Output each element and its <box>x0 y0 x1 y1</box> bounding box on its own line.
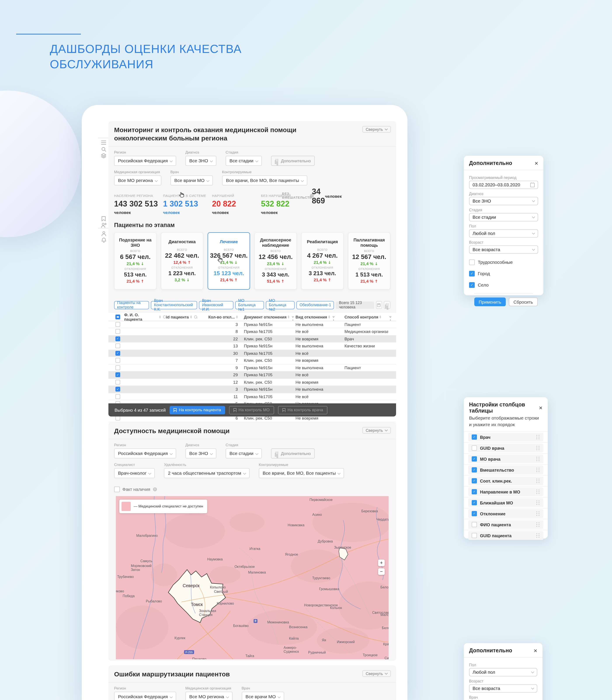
column-setting-item[interactable]: GUID врача <box>468 444 543 453</box>
availability-map[interactable]: ПервомайскоеАсиноБерезовкаЧердатыНовиков… <box>116 496 389 659</box>
row-checkbox[interactable] <box>115 344 120 349</box>
filter-chip[interactable]: Врач Константинопольский К.К. <box>151 301 197 309</box>
stage-card[interactable]: Реабилитация ВСЕГО 4 267 чел. 21,4 % ↓ О… <box>301 232 344 290</box>
drag-handle-icon[interactable] <box>537 511 540 516</box>
bookmark-icon[interactable] <box>99 215 108 222</box>
drag-handle-icon[interactable] <box>537 500 540 505</box>
extra-checkbox[interactable]: Город <box>469 271 538 277</box>
column-setting-item[interactable]: Врач <box>468 433 543 442</box>
table-row[interactable]: 13 Приказ №915н Не выполнена Качество жи… <box>108 342 396 350</box>
col-kind[interactable]: Вид отклонения <box>295 315 345 319</box>
filter-icon[interactable] <box>388 316 395 318</box>
row-checkbox[interactable] <box>115 387 120 392</box>
fact-checkbox[interactable] <box>114 486 120 492</box>
field-input[interactable]: Все возраста <box>469 684 537 692</box>
reset-button[interactable]: Сбросить <box>509 297 538 306</box>
table-row[interactable]: 9 Приказ №915н Не выполнена Пациент <box>108 364 396 372</box>
layers-icon[interactable] <box>99 152 108 159</box>
filter-select[interactable]: Российская Федерация <box>114 692 176 700</box>
drag-handle-icon[interactable] <box>537 457 540 461</box>
drag-handle-icon[interactable] <box>537 468 540 472</box>
drag-handle-icon[interactable] <box>537 489 540 494</box>
filter-select[interactable]: Все МО региона <box>185 692 232 700</box>
checkbox-icon[interactable] <box>472 511 477 516</box>
column-setting-item[interactable]: Ближайшая МО <box>468 499 543 507</box>
search-icon[interactable] <box>99 146 108 153</box>
field-input[interactable]: Любой пол <box>469 229 538 238</box>
checkbox-icon[interactable] <box>472 468 477 473</box>
row-checkbox[interactable] <box>115 365 120 370</box>
row-checkbox[interactable] <box>115 373 120 377</box>
column-setting-item[interactable]: Отклонение <box>468 510 543 518</box>
filter-select[interactable]: Все МО региона <box>114 175 161 185</box>
column-setting-item[interactable]: Вмешательство <box>468 466 543 474</box>
col-count[interactable]: Кол-во откл... <box>200 315 244 319</box>
menu-icon[interactable] <box>99 139 108 146</box>
filter-select[interactable]: Российская Федерация <box>114 156 176 165</box>
column-setting-item[interactable]: GUID пациента <box>468 531 543 540</box>
checkbox-icon[interactable] <box>472 479 477 484</box>
filter-chip[interactable]: МО Больница №1 <box>235 301 264 309</box>
filter-chip[interactable]: Врач Ивановский И.И. <box>199 301 234 309</box>
row-checkbox[interactable] <box>115 336 120 341</box>
table-row[interactable]: 12 Клин. рек. С50 Не вовремя <box>108 379 396 386</box>
collapse-button[interactable]: Свернуть <box>362 670 391 677</box>
filter-select[interactable]: Все врачи МО <box>241 692 284 700</box>
column-settings-icon[interactable] <box>384 301 390 309</box>
bell-icon[interactable] <box>99 237 108 244</box>
table-row[interactable]: 3 Приказ №915н Не выполнена <box>108 386 396 393</box>
col-id[interactable]: id пациента <box>166 315 200 319</box>
select-all-checkbox[interactable] <box>115 314 120 319</box>
filter-select[interactable]: Врач-онколог <box>114 468 155 478</box>
drag-handle-icon[interactable] <box>537 479 540 483</box>
drag-handle-icon[interactable] <box>537 522 540 527</box>
collapse-button[interactable]: Свернуть <box>362 126 391 133</box>
column-setting-item[interactable]: МО врача <box>468 455 543 463</box>
drag-handle-icon[interactable] <box>537 435 540 440</box>
close-icon[interactable]: × <box>539 405 542 411</box>
stage-card[interactable]: Диспансерное наблюдение ВСЕГО 12 456 чел… <box>254 232 297 290</box>
extra-checkbox[interactable]: Трудоспособные <box>469 259 538 265</box>
row-checkbox[interactable] <box>115 358 120 363</box>
filter-select[interactable]: Все ЗНО <box>185 448 217 458</box>
col-control[interactable]: Способ контроля <box>345 315 388 319</box>
column-setting-item[interactable]: Соот. клин.рек. <box>468 477 543 485</box>
collapse-button[interactable]: Свернуть <box>362 427 391 433</box>
extra-filters-button[interactable]: Дополнительно <box>271 448 315 458</box>
stage-card[interactable]: Диагностика ВСЕГО 22 462 чел. 12,4 % ↑ О… <box>161 232 203 290</box>
zoom-out-button[interactable]: − <box>378 568 385 575</box>
stage-card[interactable]: Подозрение на ЗНО ВСЕГО 6 567 чел. 21,4 … <box>114 232 156 290</box>
drag-handle-icon[interactable] <box>537 446 540 450</box>
row-checkbox[interactable] <box>115 394 120 399</box>
filter-select[interactable]: Все ЗНО <box>185 156 217 165</box>
filter-chip[interactable]: Пациенты на контроле <box>114 301 149 309</box>
checkbox-icon[interactable] <box>472 522 477 527</box>
filter-select[interactable]: Все стадии <box>225 448 262 458</box>
checkbox-icon[interactable] <box>472 446 477 451</box>
control-patient-button[interactable]: На контроль пациента <box>170 406 225 414</box>
filter-select[interactable]: Все врачи, Все МО, Все пациенты <box>259 468 344 478</box>
stage-card[interactable]: Паллиативная помощь ВСЕГО 12 567 чел. 21… <box>348 232 390 290</box>
control-mo-button[interactable]: На контроль МО <box>229 406 274 414</box>
field-input[interactable]: 03.02.2020–03.03.2020 <box>469 181 538 189</box>
filter-select[interactable]: Все стадии <box>225 156 262 165</box>
filter-chip[interactable]: МО Больница №2 <box>266 301 295 309</box>
filter-select[interactable]: 2 часа общественным траспортом <box>164 468 250 478</box>
field-input[interactable]: Все возраста <box>469 245 538 254</box>
field-input[interactable]: Все ЗНО <box>469 197 538 205</box>
help-icon[interactable]: ? <box>153 487 157 491</box>
table-row[interactable]: 3 Приказ №915н Не выполнена Пациент <box>108 321 396 328</box>
table-row[interactable]: 22 Клин. рек. С50 Не вовремя Врач <box>108 335 396 342</box>
field-input[interactable]: Любой пол <box>469 668 537 676</box>
filter-select[interactable]: Все врачи МО <box>170 175 213 185</box>
column-setting-item[interactable]: Направление в МО <box>468 488 543 496</box>
filter-select[interactable]: Все врачи, Все МО, Все пациенты <box>222 175 307 185</box>
checkbox-icon[interactable] <box>472 435 477 440</box>
zoom-in-button[interactable]: + <box>378 560 385 566</box>
field-input[interactable]: Все стадии <box>469 213 538 221</box>
extra-checkbox[interactable]: Село <box>469 282 538 288</box>
control-doctor-button[interactable]: На контроль врача <box>278 406 328 414</box>
col-fio[interactable]: Ф. И. О. пациента <box>124 313 166 321</box>
apply-button[interactable]: Применить <box>474 297 505 306</box>
column-setting-item[interactable]: ФИО пациента <box>468 521 543 529</box>
